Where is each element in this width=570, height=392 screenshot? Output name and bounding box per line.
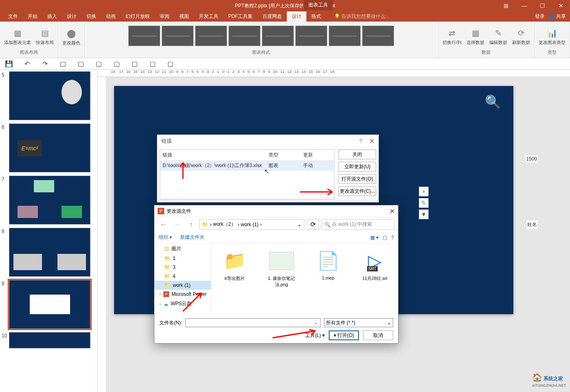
tab-pdf[interactable]: PDF工具集	[223, 11, 257, 22]
file-item[interactable]: ▷SRT11月28日.srt	[356, 248, 394, 311]
qat-icon[interactable]: ▢	[112, 59, 121, 69]
slide-thumbnail[interactable]: 9	[2, 280, 96, 329]
help-icon[interactable]: ?	[391, 235, 394, 240]
qat-icon[interactable]: ▢	[58, 59, 68, 69]
forward-icon[interactable]: →	[172, 219, 183, 230]
tab-view[interactable]: 视图	[174, 11, 194, 22]
slide-thumbnail[interactable]: 6E=mc²	[2, 123, 96, 172]
preview-icon[interactable]: ▢	[383, 235, 387, 240]
window-minimize-icon[interactable]: —	[515, 0, 533, 11]
breadcrumb[interactable]: 📁 › work（2） › work (1) › ⌄	[199, 219, 304, 230]
tab-home[interactable]: 开始	[23, 11, 42, 22]
change-chart-type-button[interactable]: 📊更改图表类型	[537, 26, 567, 46]
chevron-down-icon[interactable]: ⌄	[311, 319, 320, 326]
chart-style-thumb[interactable]	[295, 26, 327, 46]
slide-thumbnail[interactable]: 10	[2, 332, 96, 348]
slide-thumbnail[interactable]: 8	[2, 228, 96, 277]
chevron-right-icon: ›	[159, 291, 161, 297]
file-item[interactable]: 1. 康奈尔笔记法.png	[262, 248, 301, 311]
table-row[interactable]: D:\tools\桌面\work（2）\work (1)\工作簿3.xlsx 图…	[160, 161, 334, 171]
dialog-titlebar: 链接 ? ✕	[157, 135, 379, 147]
file-item[interactable]: 📁lr导出图片	[216, 248, 254, 311]
qat-icon[interactable]: ▢	[76, 59, 86, 69]
open-source-button[interactable]: 打开源文件(O)	[339, 174, 376, 184]
filename-input[interactable]: ⌄	[185, 318, 321, 327]
chart-style-thumb[interactable]	[195, 26, 227, 46]
close-icon[interactable]: ✕	[390, 207, 395, 215]
annotation-arrow	[179, 287, 207, 315]
chart-style-thumb[interactable]	[229, 26, 260, 46]
file-filter-dropdown[interactable]: 所有文件 (*.*)⌄	[324, 318, 393, 327]
tab-chart-format[interactable]: 格式	[306, 11, 326, 22]
tree-item[interactable]: 🖼图片	[154, 244, 211, 254]
file-icon: 📄	[315, 248, 341, 274]
qat-icon[interactable]: ▢	[147, 59, 157, 69]
slide-thumbnails-panel[interactable]: 5 6E=mc² 7 8 9 10	[0, 70, 98, 392]
refresh-icon[interactable]: ⟳	[307, 219, 319, 230]
vertical-ruler	[98, 77, 107, 392]
open-button[interactable]: ▾ 打开(O)	[329, 330, 359, 340]
qat-icon[interactable]: ▢	[165, 59, 175, 69]
select-data-button[interactable]: ▦选择数据	[465, 26, 486, 46]
chart-style-thumb[interactable]	[262, 26, 294, 46]
change-source-button[interactable]: 更改源文件(C)...	[339, 186, 376, 196]
refresh-data-button[interactable]: ⟳刷新数据	[511, 26, 532, 46]
qat-icon[interactable]: ▢	[94, 59, 103, 69]
breadcrumb-seg[interactable]: work (1)	[241, 222, 258, 227]
switch-row-col-button[interactable]: ⇄切换行/列	[441, 26, 463, 46]
file-open-dialog: P 更改源文件 ✕ ← → ↑ 📁 › work（2） › work (1) ›…	[154, 205, 398, 344]
tab-insert[interactable]: 插入	[42, 11, 62, 22]
undo-icon[interactable]: ↶	[22, 59, 32, 69]
edit-data-button[interactable]: ✎编辑数据	[488, 26, 509, 46]
close-button[interactable]: 关闭	[339, 150, 376, 159]
chart-style-thumb[interactable]	[128, 26, 160, 46]
folder-icon: 📁	[222, 248, 248, 274]
slide-thumbnail[interactable]: 5	[2, 71, 96, 120]
tab-file[interactable]: 文件	[3, 11, 23, 22]
chart-brush-icon[interactable]: ✎	[419, 198, 429, 208]
tab-animations[interactable]: 动画	[101, 11, 121, 22]
chart-style-thumb[interactable]	[362, 26, 394, 46]
chart-plus-icon[interactable]: +	[419, 187, 429, 196]
tab-chart-design[interactable]: 设计	[287, 11, 306, 22]
view-icon[interactable]: ▦ ▾	[370, 235, 379, 240]
organize-button[interactable]: 组织 ▾	[158, 234, 172, 241]
help-icon[interactable]: ?	[359, 138, 362, 144]
close-icon[interactable]: ✕	[369, 137, 374, 145]
back-icon[interactable]: ←	[158, 219, 169, 230]
file-item[interactable]: 📄1.mep	[309, 248, 348, 311]
search-input[interactable]: 🔍 在 work (1) 中搜索	[321, 219, 395, 230]
tree-item[interactable]: 📁1	[154, 254, 211, 263]
tell-me-search[interactable]: 💡 告诉我您想要做什么...	[334, 13, 390, 20]
qat-icon[interactable]: ▢	[130, 59, 139, 69]
change-colors-button[interactable]: ⬤更改颜色	[61, 26, 82, 47]
window-close-icon[interactable]: ✕	[552, 0, 570, 11]
chart-style-thumb[interactable]	[329, 26, 361, 46]
login-button[interactable]: 登录	[535, 13, 545, 20]
window-maximize-icon[interactable]: ☐	[533, 0, 552, 11]
share-button[interactable]: 👤 共享	[549, 13, 566, 20]
window-help-icon[interactable]: ⊞	[497, 0, 515, 11]
new-folder-button[interactable]: 新建文件夹	[180, 234, 205, 241]
tab-slideshow[interactable]: 幻灯片放映	[121, 11, 155, 22]
add-chart-element-button[interactable]: ▦添加图表元素	[2, 26, 33, 46]
file-list[interactable]: 📁lr导出图片 1. 康奈尔笔记法.png 📄1.mep ▷SRT11月28日.…	[211, 244, 398, 315]
chart-filter-icon[interactable]: ▼	[419, 209, 429, 219]
quick-layout-button[interactable]: ▤快速布局	[34, 26, 55, 46]
save-icon[interactable]: 💾	[4, 59, 14, 69]
tab-baidu[interactable]: 百度网盘	[257, 11, 287, 22]
tab-transitions[interactable]: 切换	[81, 11, 101, 22]
slide-thumbnail[interactable]: 7	[2, 176, 96, 225]
breadcrumb-seg[interactable]: work（2）	[213, 221, 236, 228]
tree-item[interactable]: 📁4	[154, 272, 211, 281]
tab-review[interactable]: 审阅	[155, 11, 174, 22]
tab-design[interactable]: 设计	[62, 11, 81, 22]
chart-style-thumb[interactable]	[162, 26, 194, 46]
chevron-down-icon[interactable]: ⌄	[297, 222, 302, 227]
redo-icon[interactable]: ↷	[40, 59, 50, 69]
cancel-button[interactable]: 取消	[363, 330, 393, 340]
tab-developer[interactable]: 开发工具	[194, 11, 223, 22]
tree-item[interactable]: 📁3	[154, 263, 211, 272]
up-icon[interactable]: ↑	[185, 219, 197, 230]
update-now-button[interactable]: 立即更新(U)	[339, 162, 376, 172]
